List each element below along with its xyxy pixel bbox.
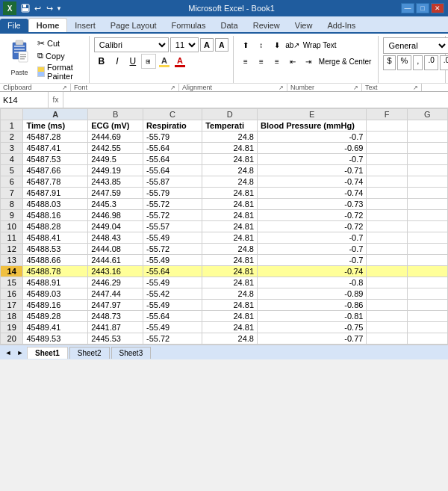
- cell-e17[interactable]: -0.86: [258, 300, 367, 311]
- cell-b13[interactable]: 2444.61: [88, 255, 143, 266]
- cell-g17[interactable]: [407, 300, 447, 311]
- tab-insert[interactable]: Insert: [67, 19, 103, 32]
- cell-g18[interactable]: [407, 311, 447, 322]
- cell-d1[interactable]: Temperati: [202, 120, 258, 132]
- cell-f7[interactable]: [367, 188, 407, 199]
- cell-f17[interactable]: [367, 300, 407, 311]
- cell-d3[interactable]: 24.81: [202, 143, 258, 154]
- cell-g13[interactable]: [407, 255, 447, 266]
- cell-d20[interactable]: 24.8: [202, 333, 258, 345]
- cell-b19[interactable]: 2441.87: [88, 322, 143, 333]
- cell-e1[interactable]: Blood Pressure (mmHg): [258, 120, 367, 132]
- sheet-tab-1[interactable]: Sheet1: [27, 347, 68, 359]
- cell-b11[interactable]: 2448.43: [88, 232, 143, 244]
- cell-a14[interactable]: 45488.78: [23, 266, 88, 277]
- cell-c5[interactable]: -55.64: [143, 165, 202, 176]
- cell-d5[interactable]: 24.8: [202, 165, 258, 176]
- cell-f16[interactable]: [367, 288, 407, 300]
- cell-d13[interactable]: 24.81: [202, 255, 258, 266]
- cell-c1[interactable]: Respiratio: [143, 120, 202, 132]
- cell-a18[interactable]: 45489.28: [23, 311, 88, 322]
- font-color-button[interactable]: A: [172, 54, 187, 69]
- cell-f6[interactable]: [367, 176, 407, 188]
- cell-c13[interactable]: -55.49: [143, 255, 202, 266]
- col-header-a[interactable]: A: [23, 109, 88, 120]
- cell-d16[interactable]: 24.8: [202, 288, 258, 300]
- cell-f15[interactable]: [367, 277, 407, 288]
- cell-g5[interactable]: [407, 165, 447, 176]
- cell-d15[interactable]: 24.81: [202, 277, 258, 288]
- merge-center-button[interactable]: Merge & Center: [317, 54, 374, 69]
- orientation-button[interactable]: ab↗: [285, 37, 300, 52]
- copy-button[interactable]: ⧉ Copy: [35, 50, 86, 61]
- tab-formulas[interactable]: Formulas: [164, 19, 214, 32]
- window-maximize[interactable]: □: [416, 3, 429, 13]
- cell-a1[interactable]: Time (ms): [23, 120, 88, 132]
- cell-g1[interactable]: [407, 120, 447, 132]
- cell-a7[interactable]: 45487.91: [23, 188, 88, 199]
- percent-button[interactable]: $: [383, 55, 395, 70]
- italic-button[interactable]: I: [110, 54, 125, 69]
- cell-b3[interactable]: 2442.55: [88, 143, 143, 154]
- text-expand[interactable]: ↗: [413, 84, 418, 91]
- cell-g7[interactable]: [407, 188, 447, 199]
- cell-b17[interactable]: 2447.97: [88, 300, 143, 311]
- cell-e7[interactable]: -0.74: [258, 188, 367, 199]
- bold-button[interactable]: B: [94, 54, 109, 69]
- cell-a8[interactable]: 45488.03: [23, 199, 88, 210]
- col-header-g[interactable]: G: [407, 109, 447, 120]
- cell-f19[interactable]: [367, 322, 407, 333]
- cell-g2[interactable]: [407, 132, 447, 143]
- cell-d2[interactable]: 24.8: [202, 132, 258, 143]
- border-button[interactable]: ⊞: [141, 54, 156, 69]
- tab-view[interactable]: View: [287, 19, 320, 32]
- decrease-font-button[interactable]: A: [215, 38, 228, 52]
- cell-c19[interactable]: -55.49: [143, 322, 202, 333]
- tab-home[interactable]: Home: [28, 18, 68, 32]
- cell-c4[interactable]: -55.64: [143, 154, 202, 165]
- cell-reference-box[interactable]: [0, 92, 49, 108]
- tab-file[interactable]: File: [0, 19, 28, 32]
- cell-a9[interactable]: 45488.16: [23, 210, 88, 221]
- cell-g10[interactable]: [407, 221, 447, 232]
- sheet-nav-prev[interactable]: ◄: [3, 348, 13, 358]
- cell-b15[interactable]: 2446.29: [88, 277, 143, 288]
- cut-button[interactable]: ✂ Cut: [35, 37, 86, 49]
- cell-a19[interactable]: 45489.41: [23, 322, 88, 333]
- cell-d12[interactable]: 24.8: [202, 244, 258, 255]
- cell-a17[interactable]: 45489.16: [23, 300, 88, 311]
- cell-b4[interactable]: 2449.5: [88, 154, 143, 165]
- cell-d6[interactable]: 24.8: [202, 176, 258, 188]
- cell-d11[interactable]: 24.81: [202, 232, 258, 244]
- cell-a16[interactable]: 45489.03: [23, 288, 88, 300]
- sheet-tab-2[interactable]: Sheet2: [69, 347, 110, 359]
- cell-g3[interactable]: [407, 143, 447, 154]
- cell-b14[interactable]: 2443.16: [88, 266, 143, 277]
- cell-a12[interactable]: 45488.53: [23, 244, 88, 255]
- cell-f3[interactable]: [367, 143, 407, 154]
- cell-c10[interactable]: -55.57: [143, 221, 202, 232]
- cell-a15[interactable]: 45488.91: [23, 277, 88, 288]
- cell-b2[interactable]: 2444.69: [88, 132, 143, 143]
- cell-g9[interactable]: [407, 210, 447, 221]
- cell-c17[interactable]: -55.49: [143, 300, 202, 311]
- cell-a11[interactable]: 45488.41: [23, 232, 88, 244]
- cell-e6[interactable]: -0.74: [258, 176, 367, 188]
- cell-e13[interactable]: -0.7: [258, 255, 367, 266]
- cell-f18[interactable]: [367, 311, 407, 322]
- cell-f11[interactable]: [367, 232, 407, 244]
- cell-g6[interactable]: [407, 176, 447, 188]
- quick-access-save[interactable]: [19, 2, 31, 14]
- cell-c16[interactable]: -55.42: [143, 288, 202, 300]
- cell-d14[interactable]: 24.81: [202, 266, 258, 277]
- cell-g12[interactable]: [407, 244, 447, 255]
- formula-input[interactable]: [63, 92, 448, 108]
- cell-c14[interactable]: -55.64: [143, 266, 202, 277]
- cell-a20[interactable]: 45489.53: [23, 333, 88, 345]
- cell-g14[interactable]: [407, 266, 447, 277]
- cell-b9[interactable]: 2446.98: [88, 210, 143, 221]
- cell-ref-input[interactable]: [3, 96, 44, 105]
- cell-f10[interactable]: [367, 221, 407, 232]
- cell-b7[interactable]: 2447.59: [88, 188, 143, 199]
- cell-e9[interactable]: -0.72: [258, 210, 367, 221]
